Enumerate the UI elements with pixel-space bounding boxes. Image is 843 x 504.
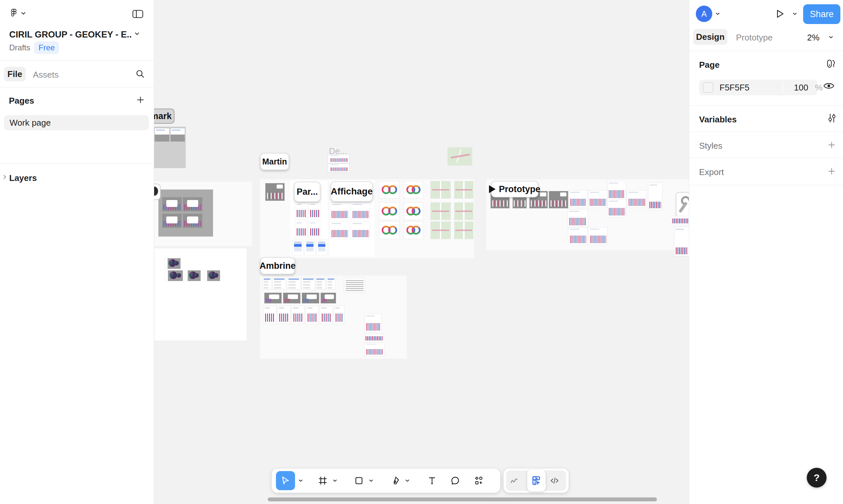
thumbnail-bar-chart[interactable] [278,306,290,324]
thumbnail-bar-chart[interactable] [588,191,607,208]
pen-tool-chevron-icon[interactable] [406,479,409,482]
layers-chevron-icon[interactable] [3,175,6,179]
thumbnail-pie-chart[interactable] [205,270,220,281]
dev-mode-toggle[interactable] [527,470,546,491]
thumbnail-pie-chart[interactable] [185,270,201,281]
frame-tool-chevron-icon[interactable] [333,479,337,482]
add-page-icon[interactable] [136,96,144,104]
page-item-work-page[interactable]: Work page [4,115,149,130]
thumbnail-wrench[interactable] [676,192,690,217]
move-tool-button[interactable] [276,471,295,490]
thumbnail-modal-window[interactable] [302,293,319,303]
thumbnail-bar-chart[interactable] [328,164,349,172]
thumbnail-bar-chart[interactable] [672,216,689,225]
thumbnail-bar-chart[interactable] [328,155,349,163]
thumbnail-wireframe[interactable] [315,277,325,289]
thumbnail-bar-chart[interactable] [569,191,587,208]
avatar[interactable]: A [696,5,712,22]
thumbnail-bar-chart[interactable] [309,221,321,237]
thumbnail-bar-chart[interactable] [365,314,381,332]
present-chevron-icon[interactable] [793,13,797,15]
move-tool-chevron-icon[interactable] [299,479,303,482]
tab-design[interactable]: Design [693,29,727,45]
figma-logo-icon[interactable] [10,8,18,18]
thumbnail-bar-chart[interactable] [295,221,308,237]
thumbnail-bar-chart[interactable] [351,222,370,239]
add-style-icon[interactable] [827,141,836,149]
thumbnail-map[interactable] [454,181,473,198]
thumbnail-bar-chart[interactable] [568,227,587,245]
collapse-panel-icon[interactable] [132,10,143,18]
thumbnail-map[interactable] [454,222,473,239]
frame-gray-modals[interactable] [158,190,213,236]
thumbnail-pie-chart[interactable] [165,258,180,269]
thumbnail-pie-chart[interactable] [165,270,183,281]
color-hex-value[interactable]: F5F5F5 [720,83,750,93]
thumbnail-bar-chart[interactable] [330,222,349,239]
thumbnail-donut-chart[interactable] [379,181,399,198]
thumbnail-bar-chart[interactable] [648,183,662,210]
add-export-icon[interactable] [827,167,836,175]
thumbnail-bar-chart[interactable] [292,306,304,324]
text-tool-button[interactable] [427,476,437,486]
color-swatch[interactable] [703,82,713,93]
thumbnail-dark-chart[interactable] [549,191,568,208]
visibility-eye-icon[interactable] [823,82,835,90]
thumbnail-map[interactable] [431,181,450,198]
thumbnail-bar-chart[interactable] [330,203,349,220]
present-play-icon[interactable] [775,8,785,19]
thumbnail-bar-chart[interactable] [309,203,321,219]
thumbnail-bar-chart[interactable] [607,181,626,200]
thumbnail-bar-chart[interactable] [295,203,307,219]
tab-prototype[interactable]: Prototype [736,33,773,43]
zoom-chevron-icon[interactable] [829,36,833,38]
variables-sliders-icon[interactable] [827,113,837,123]
canvas-section-label-martin[interactable]: Martin [260,153,289,170]
thumbnail-bar-chart[interactable] [627,191,646,208]
thumbnail-wireframe[interactable] [263,277,271,289]
thumbnail-bar-chart[interactable] [306,306,319,324]
thumbnail-map[interactable] [448,148,472,165]
thumbnail-wireframe[interactable] [273,277,286,289]
thumbnail-bar-chart[interactable] [334,306,344,324]
thumbnail-dark-chart[interactable] [265,183,285,201]
thumbnail-modal-window[interactable] [183,197,202,211]
thumbnail-donut-chart[interactable] [404,203,423,220]
thumbnail-modal-window[interactable] [283,293,300,303]
code-view-button[interactable] [550,476,560,486]
thumbnail-modal-window[interactable] [321,293,336,303]
thumbnail-bar-chart[interactable] [320,306,332,324]
tab-file[interactable]: File [4,67,26,81]
canvas-section-label-affichage[interactable]: Affichage [331,181,373,202]
zoom-level[interactable]: 2% [807,33,820,43]
canvas-section-label-prototype[interactable]: Prototype [491,181,538,197]
thumbnail-form[interactable] [316,239,327,255]
thumbnail-form[interactable] [305,239,315,255]
thumbnail-bar-chart[interactable] [365,334,383,341]
thumbnail-modal-window[interactable] [162,214,182,228]
thumbnail-bar-chart[interactable] [588,227,607,245]
thumbnail-wireframe[interactable] [287,277,300,289]
canvas-section-label-ambrine[interactable]: Ambrine [260,257,295,274]
shape-tool-chevron-icon[interactable] [369,479,373,482]
frame-tool-button[interactable] [318,476,328,486]
pen-tool-button[interactable] [390,476,400,486]
help-button[interactable]: ? [807,468,827,488]
thumbnail-notes[interactable] [344,277,365,292]
thumbnail-bar-chart[interactable] [568,210,588,227]
thumbnail-modal-window[interactable] [183,214,202,228]
project-location[interactable]: Drafts [9,43,30,52]
actions-tool-button[interactable] [474,476,484,486]
shape-tool-button[interactable] [354,476,364,486]
page-color-swap-icon[interactable] [826,59,836,69]
file-title-chevron-icon[interactable] [135,32,139,35]
thumbnail-wireframe[interactable] [302,277,315,289]
thumbnail-bar-chart[interactable] [607,199,626,217]
thumbnail-bar-chart[interactable] [674,227,689,256]
thumbnail-modal-window[interactable] [162,197,182,211]
thumbnail-window[interactable] [171,128,185,142]
thumbnail-donut-chart[interactable] [379,203,399,220]
thumbnail-form[interactable] [292,239,303,255]
share-button[interactable]: Share [803,4,840,24]
thumbnail-bar-chart[interactable] [263,306,276,324]
